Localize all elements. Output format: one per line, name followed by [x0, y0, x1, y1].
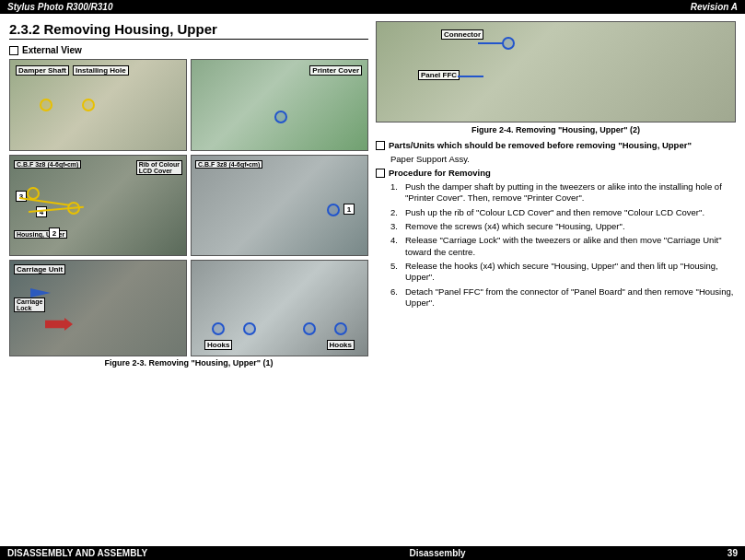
panel-ffc-arrow	[458, 76, 483, 77]
procedure-step-5: Release the hooks (x4) which secure "Hou…	[390, 261, 736, 284]
printer-cover-label: Printer Cover	[309, 65, 362, 76]
footer-center: Disassembly	[409, 548, 465, 558]
yellow-line-1	[19, 197, 70, 206]
hook-circle-4	[334, 322, 347, 335]
hooks-label-1: Hooks	[204, 340, 232, 350]
figure-2-3-caption: Figure 2-3. Removing "Housing, Upper" (1…	[9, 358, 368, 368]
cbf3z8-label-2: C.B.F 3z8 (4-6gf•cm)	[195, 160, 262, 169]
connector-arrow	[478, 42, 504, 44]
procedure-list: Push the damper shaft by putting in the …	[390, 181, 736, 309]
procedure-heading-row: Procedure for Removing	[376, 168, 736, 178]
red-arrow	[45, 318, 73, 331]
mid-left-image: C.B.F 3z8 (4-6gf•cm) Rib of ColourLCD Co…	[9, 155, 187, 256]
checkbox-parts	[376, 141, 385, 150]
section-title: 2.3.2 Removing Housing, Upper	[9, 21, 368, 40]
figure-2-4-caption: Figure 2-4. Removing "Housing, Upper" (2…	[376, 125, 736, 134]
procedure-step-3: Remove the screws (x4) which secure "Hou…	[390, 221, 736, 232]
installing-hole-circle	[82, 99, 95, 111]
cbf-circle-right	[327, 204, 340, 216]
right-top-image: Connector Panel FFC	[376, 21, 736, 122]
hook-circle-3	[303, 322, 316, 335]
procedure-step-2: Push up the rib of "Colour LCD Cover" an…	[390, 207, 736, 218]
top-left-image: Damper Shaft Installing Hole	[9, 59, 187, 151]
installing-hole-label: Installing Hole	[73, 65, 129, 76]
hook-circle-1	[212, 322, 225, 335]
damper-shaft-circle	[40, 99, 52, 111]
procedure-heading: Procedure for Removing	[389, 168, 491, 178]
top-image-grid: Damper Shaft Installing Hole Printer Cov…	[9, 59, 368, 151]
hook-circle-2	[243, 322, 256, 335]
hooks-label-2: Hooks	[327, 340, 355, 350]
connector-label: Connector	[441, 29, 483, 40]
mid-right-image: C.B.F 3z8 (4-6gf•cm) 1	[191, 155, 368, 256]
procedure-step-4: Release "Carriage Lock" with the tweezer…	[390, 235, 736, 258]
cbf3z8-label-1: C.B.F 3z8 (4-6gf•cm)	[14, 160, 81, 169]
num-3: 3	[16, 191, 27, 202]
footer-right: 39	[728, 548, 738, 558]
printer-cover-circle	[274, 111, 287, 123]
connector-circle	[502, 37, 515, 50]
carriage-unit-label: Carriage Unit	[14, 264, 65, 274]
footer-left: DISASSEMBLY AND ASSEMBLY	[7, 548, 147, 558]
num-1-mid: 1	[343, 204, 355, 215]
checkbox-external-view	[9, 46, 18, 55]
header-right: Revision A	[691, 2, 738, 12]
bot-left-image: Carriage Unit CarriageLock	[9, 260, 187, 356]
parts-units-heading-row: Parts/Units which should be removed befo…	[376, 140, 736, 150]
external-view-label: External View	[9, 45, 368, 55]
bot-image-grid: Carriage Unit CarriageLock Hooks Hooks	[9, 260, 368, 356]
page-header: Stylus Photo R300/R310 Revision A	[0, 0, 745, 14]
header-left: Stylus Photo R300/R310	[7, 2, 112, 12]
blue-arrow	[30, 288, 51, 298]
checkbox-procedure	[376, 169, 385, 178]
num-2: 2	[49, 228, 60, 239]
left-column: 2.3.2 Removing Housing, Upper External V…	[9, 21, 368, 533]
bot-right-image: Hooks Hooks	[191, 260, 368, 356]
parts-units-item: Paper Support Assy.	[390, 154, 736, 164]
carriage-lock-label: CarriageLock	[14, 298, 45, 312]
mid-image-grid: C.B.F 3z8 (4-6gf•cm) Rib of ColourLCD Co…	[9, 155, 368, 256]
panel-ffc-label: Panel FFC	[418, 70, 460, 80]
parts-units-heading: Parts/Units which should be removed befo…	[389, 140, 692, 150]
right-column: Connector Panel FFC Figure 2-4. Removing…	[376, 21, 736, 533]
page-footer: DISASSEMBLY AND ASSEMBLY Disassembly 39	[0, 546, 745, 560]
top-right-image: Printer Cover	[191, 59, 368, 151]
rib-colour-label: Rib of ColourLCD Cover	[136, 160, 182, 175]
damper-shaft-label: Damper Shaft	[16, 65, 69, 76]
procedure-step-1: Push the damper shaft by putting in the …	[390, 181, 736, 204]
procedure-step-6: Detach "Panel FFC" from the connector of…	[390, 286, 736, 309]
